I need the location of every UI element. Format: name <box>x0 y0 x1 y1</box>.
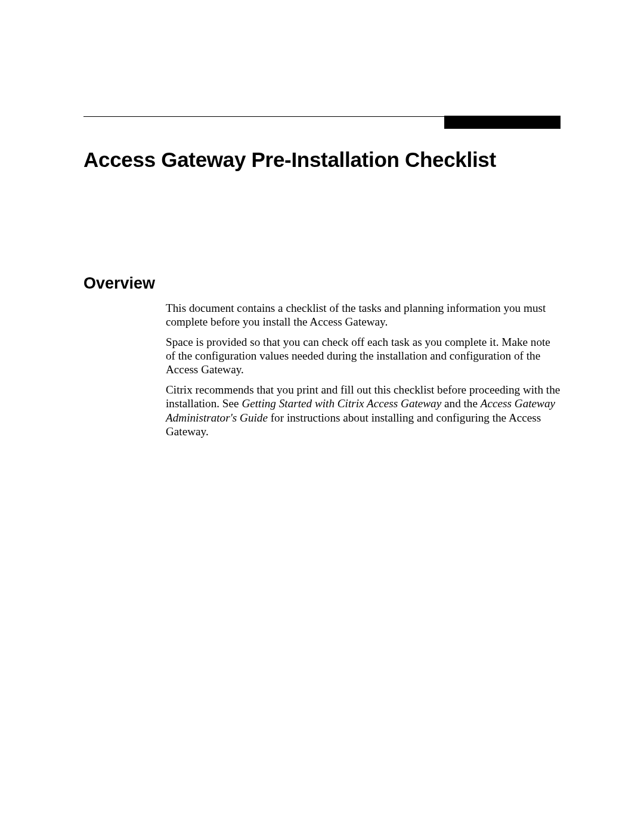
header-rule-row <box>83 116 561 129</box>
header-rule <box>83 116 444 117</box>
document-title: Access Gateway Pre-Installation Checklis… <box>83 147 561 173</box>
overview-paragraph-2: Space is provided so that you can check … <box>166 335 561 377</box>
p3-italic-1: Getting Started with Citrix Access Gatew… <box>242 397 441 410</box>
overview-paragraph-1: This document contains a checklist of th… <box>166 301 561 329</box>
document-page: Access Gateway Pre-Installation Checklis… <box>0 0 644 439</box>
header-black-box <box>444 116 561 129</box>
overview-paragraph-3: Citrix recommends that you print and fil… <box>166 383 561 439</box>
section-heading-overview: Overview <box>83 274 561 293</box>
p3-text-2: and the <box>441 397 481 410</box>
body-text-block: This document contains a checklist of th… <box>83 301 561 439</box>
